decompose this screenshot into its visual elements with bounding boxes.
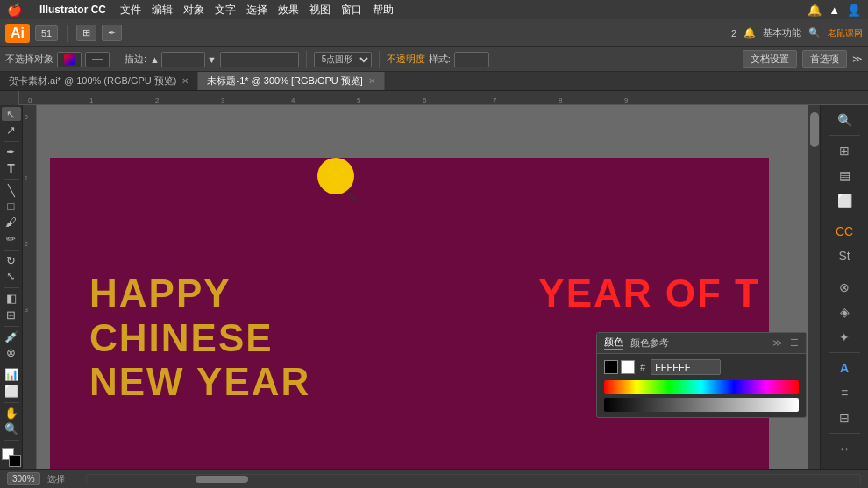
menu-select[interactable]: 选择 [246, 3, 267, 18]
panel-brush-icon[interactable]: ⊗ [827, 277, 862, 299]
ruler-vertical: 0 1 2 3 [23, 105, 37, 488]
ruler-mark: 3 [221, 96, 224, 104]
ruler-v-mark: 1 [25, 175, 28, 181]
menu-view[interactable]: 视图 [309, 3, 331, 18]
panel-cc-icon[interactable]: CC [827, 221, 862, 243]
panel-type-icon[interactable]: A [827, 357, 862, 379]
panel-layers-icon[interactable]: ▤ [827, 165, 862, 187]
color-reference-tab[interactable]: 颜色参考 [630, 336, 669, 350]
select-tool[interactable]: ↖ [2, 107, 21, 121]
tool-sep1 [4, 141, 19, 142]
hex-input[interactable] [651, 359, 721, 375]
menu-effect[interactable]: 效果 [278, 3, 299, 18]
tab-0[interactable]: 贺卡素材.ai* @ 100% (RGB/GPU 预览) ✕ [0, 72, 198, 90]
h-scrollbar-thumb[interactable] [196, 476, 248, 483]
rect-tool[interactable]: □ [2, 199, 21, 213]
panel-stock-icon[interactable]: St [827, 245, 862, 267]
color-brightness-bar[interactable] [604, 398, 799, 412]
frame-btn[interactable]: 51 [35, 25, 58, 41]
bell-icon[interactable]: 🔔 [808, 4, 822, 17]
style-label: 样式: [429, 53, 451, 66]
menu-object[interactable]: 对象 [183, 3, 204, 18]
eyedropper-tool[interactable]: 💉 [2, 329, 21, 343]
line-tool[interactable]: ╲ [2, 183, 21, 197]
tool-sep5 [4, 326, 19, 327]
menu-text[interactable]: 文字 [215, 3, 236, 18]
v-scrollbar-thumb[interactable] [810, 112, 819, 147]
direct-select-tool[interactable]: ↗ [2, 123, 21, 137]
sep1 [67, 25, 68, 42]
main-area: ↖ ↗ ✒ T ╲ □ 🖌 ✏ ↻ ⤡ ◧ ⊞ 💉 ⊗ 📊 ⬜ ✋ 🔍 ⇄ [0, 105, 868, 488]
panel-swatches-icon[interactable]: ◈ [827, 301, 862, 323]
style-field[interactable] [454, 52, 489, 67]
type-tool[interactable]: T [2, 161, 21, 175]
panel-align-icon[interactable]: ⊟ [827, 407, 862, 428]
black-swatch[interactable] [604, 360, 618, 374]
stroke-down-icon[interactable]: ▼ [207, 54, 217, 65]
mesh-tool[interactable]: ⊞ [2, 308, 21, 322]
menu-window[interactable]: 窗口 [341, 3, 362, 18]
fg-bg-swatches[interactable] [2, 448, 21, 467]
menu-help[interactable]: 帮助 [373, 3, 394, 18]
tool-sep7 [4, 402, 19, 403]
rotate-tool[interactable]: ↻ [2, 253, 21, 267]
tab-1-close[interactable]: ✕ [368, 76, 375, 86]
ruler-corner [0, 91, 19, 105]
canvas-area[interactable]: HAPPY CHINESE NEW YEAR YEAR OF T 321 ↖ [37, 105, 820, 488]
pen-icon: ✒ [108, 27, 116, 39]
hand-tool[interactable]: ✋ [2, 406, 21, 420]
scale-tool[interactable]: ⤡ [2, 270, 21, 284]
ruler-mark: 0 [28, 96, 32, 104]
pen-tool[interactable]: ✒ [2, 145, 21, 159]
menu-file[interactable]: 文件 [120, 3, 141, 18]
brush-select[interactable]: 5点圆形 [314, 52, 372, 67]
preferences-btn[interactable]: 首选项 [802, 50, 847, 68]
menu-edit[interactable]: 编辑 [152, 3, 173, 18]
artboard: HAPPY CHINESE NEW YEAR YEAR OF T 321 [50, 158, 769, 488]
pencil-tool[interactable]: ✏ [2, 231, 21, 245]
panel-symbols-icon[interactable]: ✦ [827, 326, 862, 348]
notification-bell-icon[interactable]: 🔔 [743, 27, 756, 39]
panel-transform-icon[interactable]: ↔ [827, 438, 862, 460]
bar-chart-tool[interactable]: 📊 [2, 368, 21, 382]
stroke-value-field[interactable] [220, 52, 299, 67]
sep2 [117, 51, 117, 68]
stroke-swatch[interactable] [9, 455, 21, 467]
notification-count: 2 [731, 28, 736, 39]
vertical-scrollbar[interactable] [808, 105, 820, 488]
arrangement-btn[interactable]: ⊞ [76, 25, 96, 41]
paintbrush-tool[interactable]: 🖌 [2, 216, 21, 230]
doc-settings-btn[interactable]: 文档设置 [743, 50, 797, 68]
frame-label: 51 [41, 28, 52, 39]
color-tab[interactable]: 颜色 [604, 336, 623, 350]
color-spectrum-bar[interactable] [604, 380, 799, 394]
panel-search-icon[interactable]: 🔍 [827, 109, 862, 131]
panel-expand-icon[interactable]: ≫ [772, 337, 783, 349]
hex-hash: # [640, 362, 645, 372]
tab-0-close[interactable]: ✕ [181, 76, 189, 86]
search-icon[interactable]: 🔍 [808, 27, 821, 39]
panel-options-icon[interactable]: ☰ [790, 337, 799, 349]
ruler-v-mark: 2 [25, 241, 28, 247]
white-swatch[interactable] [621, 360, 635, 374]
zoom-level-btn[interactable]: 300% [7, 472, 40, 485]
cursor-indicator: ↖ [347, 188, 359, 205]
panel-artboard-icon[interactable]: ⬜ [827, 189, 862, 211]
panel-sep4 [829, 352, 860, 353]
horizontal-scrollbar[interactable] [86, 474, 861, 484]
tab-1[interactable]: 未标题-1* @ 300% [RGB/GPU 预览] ✕ [198, 72, 384, 90]
gradient-tool[interactable]: ◧ [2, 292, 21, 306]
panel-grid-icon[interactable]: ⊞ [827, 140, 862, 162]
apple-menu[interactable]: 🍎 [7, 3, 22, 17]
pen-tool-btn[interactable]: ✒ [102, 25, 122, 41]
fill-color-btn[interactable] [57, 52, 82, 67]
artboard-tool[interactable]: ⬜ [2, 384, 21, 398]
blend-tool[interactable]: ⊗ [2, 346, 21, 360]
zoom-tool[interactable]: 🔍 [2, 422, 21, 436]
more-options-icon[interactable]: ≫ [852, 53, 863, 65]
stroke-up-icon[interactable]: ▲ [150, 54, 160, 65]
tool-sep6 [4, 364, 19, 364]
stroke-color-btn[interactable] [85, 52, 110, 67]
panel-properties-icon[interactable]: ≡ [827, 382, 862, 404]
ruler-mark: 2 [155, 96, 159, 104]
